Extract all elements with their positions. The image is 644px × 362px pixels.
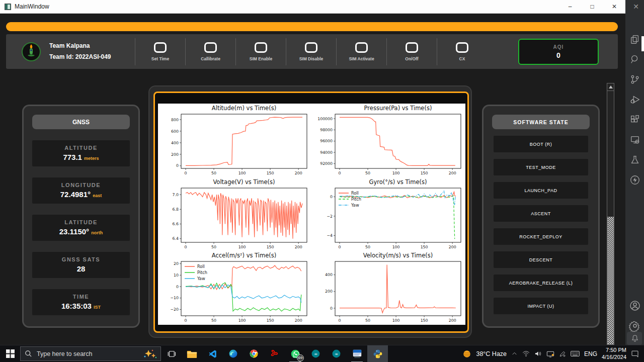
matplotlib-figure: Altitude(m) vs Time(s)050100150200020040…: [158, 104, 465, 325]
python-app-icon-active[interactable]: [367, 345, 388, 362]
vertical-scrollbar[interactable]: [607, 83, 614, 345]
remote-explorer-icon[interactable]: [625, 131, 644, 148]
weather-icon[interactable]: [462, 349, 471, 358]
window-titlebar: MainWindow – □ ✕: [0, 0, 625, 14]
svg-text:200: 200: [295, 318, 302, 323]
sim-enable-button[interactable]: SIM Enable: [235, 38, 286, 65]
svg-text:200: 200: [171, 152, 179, 157]
state-launch-pad[interactable]: LAUNCH_PAD: [494, 182, 588, 199]
vscode-close-icon[interactable]: ✕: [633, 3, 639, 11]
scrollbar-up-arrow[interactable]: [607, 83, 614, 91]
svg-text:200: 200: [448, 171, 456, 175]
svg-text:0: 0: [176, 285, 179, 289]
svg-text:6.8: 6.8: [173, 207, 179, 212]
file-explorer-icon[interactable]: [182, 345, 202, 362]
altitude-card: ALTITUDE 773.1 meters: [32, 140, 130, 166]
state-ascent[interactable]: ASCENT: [494, 205, 588, 222]
edge-icon[interactable]: [223, 345, 244, 362]
state-rocket-deploy[interactable]: ROCKET_DEPLOY: [494, 228, 588, 245]
extensions-icon[interactable]: [625, 111, 644, 128]
svg-text:100: 100: [392, 318, 399, 323]
svg-text:Velocity(m/s) vs Time(s): Velocity(m/s) vs Time(s): [363, 252, 432, 259]
wifi-icon[interactable]: [522, 350, 530, 357]
bell-icon[interactable]: [630, 334, 639, 343]
set-time-button[interactable]: Set Time: [135, 38, 185, 65]
svg-text:−10: −10: [171, 296, 179, 301]
accel-chart: Accel(m/s²) vs Time(s)050100150200−20−10…: [158, 251, 311, 324]
whatsapp-badge: 69: [297, 354, 304, 361]
calibrate-icon: [204, 42, 217, 53]
whatsapp-icon[interactable]: 69: [285, 345, 305, 362]
search-icon: [25, 350, 32, 357]
cx-button[interactable]: CX: [437, 38, 487, 65]
search-icon[interactable]: [625, 51, 644, 68]
hidden-icons-chevron[interactable]: [511, 350, 518, 357]
svg-text:50: 50: [365, 245, 370, 249]
weather-temp-condition[interactable]: 38°C Haze: [476, 350, 507, 357]
teal-app-icon-1[interactable]: ∞: [305, 345, 326, 362]
header-bar: Team Kalpana Team Id: 2022ASI-049 Set Ti…: [6, 34, 618, 69]
gnss-sats-card: GNSS SATS 28: [32, 252, 130, 278]
scrollbar-thumb[interactable]: [607, 217, 614, 344]
taskbar-search-box[interactable]: Type here to search: [20, 346, 161, 361]
svg-text:Roll: Roll: [351, 191, 359, 196]
voltage-chart: Voltage(V) vs Time(s)0501001502006.46.66…: [158, 177, 311, 251]
top-orange-bar: [6, 22, 618, 31]
window-app-icon: [5, 4, 11, 10]
account-icon[interactable]: [625, 297, 644, 314]
svg-text:0: 0: [330, 195, 333, 199]
volume-icon[interactable]: [534, 350, 542, 357]
svg-text:50: 50: [211, 318, 216, 323]
vscode-taskbar-icon[interactable]: [202, 345, 223, 362]
files-icon[interactable]: [625, 31, 644, 48]
team-block: Team Kalpana Team Id: 2022ASI-049: [6, 41, 135, 62]
sim-activate-button[interactable]: SIM Activate: [336, 38, 386, 65]
svg-text:6.6: 6.6: [173, 222, 179, 226]
tray-time: 7:50 PM: [602, 347, 626, 354]
state-test-mode[interactable]: TEST_MODE: [494, 159, 588, 175]
on-off-button[interactable]: On/Off: [386, 38, 437, 65]
close-button[interactable]: ✕: [603, 0, 625, 13]
svg-text:94000: 94000: [320, 150, 333, 155]
state-boot[interactable]: BOOT (R): [494, 136, 588, 152]
maximize-button[interactable]: □: [581, 0, 603, 13]
svg-text:50: 50: [211, 245, 216, 249]
start-button[interactable]: [0, 345, 20, 362]
chrome-icon[interactable]: [244, 345, 264, 362]
svg-text:Yaw: Yaw: [351, 203, 359, 208]
altitude-chart: Altitude(m) vs Time(s)050100150200020040…: [158, 104, 311, 177]
task-view-button[interactable]: [161, 345, 182, 362]
sim-disable-button[interactable]: SIM Disable: [286, 38, 336, 65]
longitude-card: LONGITUDE 72.4981° east: [32, 177, 130, 204]
touch-keyboard-icon[interactable]: [571, 350, 580, 357]
svg-text:50: 50: [365, 171, 370, 175]
source-control-icon[interactable]: [625, 71, 644, 88]
svg-text:200: 200: [448, 318, 456, 323]
gnss-panel: GNSS ALTITUDE 773.1 meters LONGITUDE 72.…: [22, 105, 140, 328]
clock[interactable]: 7:50 PM 4/16/2024: [602, 347, 626, 361]
run-debug-icon[interactable]: [625, 91, 644, 108]
publisher-app-icon[interactable]: [347, 345, 367, 362]
svg-text:10: 10: [174, 273, 179, 278]
display-badge-icon[interactable]: [546, 350, 554, 357]
aqi-display: AQI 0: [518, 39, 599, 65]
teal-app-icon-2[interactable]: ∞: [326, 345, 347, 362]
test-beaker-icon[interactable]: [625, 151, 644, 168]
search-placeholder: Type here to search: [37, 350, 142, 357]
state-descent[interactable]: DESCENT: [494, 251, 588, 268]
bell-container: [625, 330, 644, 347]
altitude-value: 773.1: [63, 153, 82, 161]
acrobat-icon[interactable]: [264, 345, 285, 362]
pen-icon[interactable]: [559, 350, 566, 357]
state-aerobrake-release[interactable]: AEROBRAKE_RELEASE (L): [494, 275, 588, 291]
language-indicator[interactable]: ENG: [584, 350, 597, 357]
minimize-button[interactable]: –: [559, 0, 581, 13]
gnss-panel-title: GNSS: [32, 115, 130, 129]
svg-text:800: 800: [171, 118, 179, 122]
state-impact[interactable]: IMPACT (U): [494, 298, 588, 314]
svg-text:0: 0: [185, 318, 187, 323]
sim-enable-icon: [255, 42, 267, 53]
calibrate-button[interactable]: Callibrate: [185, 38, 235, 65]
notification-icon[interactable]: [631, 350, 639, 357]
thunder-icon[interactable]: [625, 171, 644, 189]
